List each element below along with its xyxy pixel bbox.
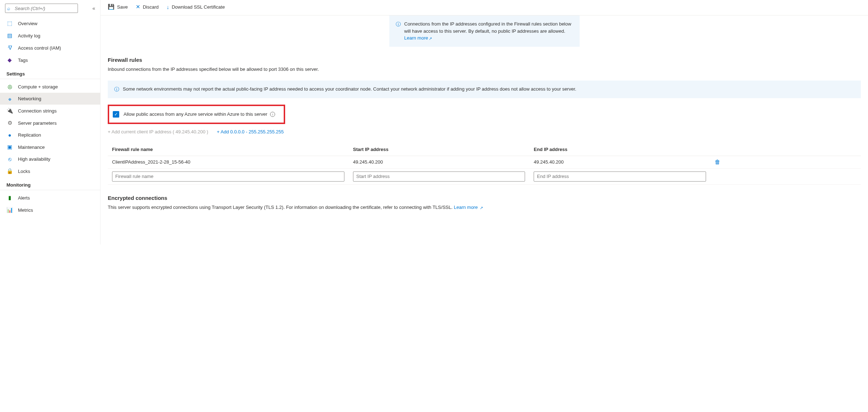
toolbar: 💾 Save ✕ Discard ↓ Download SSL Certific… [101, 0, 868, 15]
external-link-icon: ↗ [429, 36, 432, 42]
sidebar-item-high-availability[interactable]: ⎋High availability [0, 153, 100, 165]
nav-label: Alerts [18, 195, 30, 201]
download-icon: ↓ [167, 4, 170, 10]
save-button[interactable]: 💾 Save [108, 4, 128, 10]
nav-section-monitoring: Monitoring [0, 177, 100, 190]
sidebar: ⌕ « ⬚Overview▤Activity logᐌAccess contro… [0, 0, 101, 244]
new-end-ip-input[interactable] [534, 171, 706, 182]
external-link-icon: ↗ [480, 206, 483, 210]
encrypted-connections-heading: Encrypted connections [108, 195, 861, 201]
learn-more-link[interactable]: Learn more↗ [404, 35, 432, 41]
table-row-new [108, 168, 861, 184]
nav-label: Maintenance [18, 145, 45, 150]
new-rule-name-input[interactable] [112, 171, 344, 182]
sidebar-item-connection-strings[interactable]: 🔌Connection strings [0, 105, 100, 117]
nav-icon: ⎋ [6, 156, 13, 162]
col-rule-name: Firewall rule name [108, 143, 349, 156]
discard-button[interactable]: ✕ Discard [136, 4, 159, 10]
new-start-ip-input[interactable] [353, 171, 525, 182]
add-current-ip-button[interactable]: + Add current client IP address ( 49.245… [108, 129, 208, 134]
nav-icon: 📊 [6, 207, 13, 213]
search-icon: ⌕ [7, 5, 10, 11]
search-input[interactable] [5, 4, 78, 13]
table-row: ClientIPAddress_2021-2-28_15-56-40 49.24… [108, 156, 861, 168]
nav-label: Replication [18, 132, 41, 138]
nav-icon: 🜨 [6, 96, 13, 102]
nav-icon: ● [6, 132, 13, 138]
nav-icon: ▤ [6, 32, 13, 39]
col-end-ip: End IP address [529, 143, 710, 156]
info-icon: ⓘ [396, 20, 401, 42]
sidebar-item-replication[interactable]: ●Replication [0, 129, 100, 141]
sidebar-item-locks[interactable]: 🔒Locks [0, 165, 100, 177]
sidebar-item-access-control-iam-[interactable]: ᐌAccess control (IAM) [0, 42, 100, 54]
nav-label: Compute + storage [18, 84, 58, 90]
info-box-top: ⓘ Connections from the IP addresses conf… [389, 15, 580, 47]
nav-icon: 🔒 [6, 168, 13, 174]
nav-label: Activity log [18, 33, 40, 38]
info-tooltip-icon[interactable]: i [270, 112, 275, 117]
nav-icon: ◆ [6, 57, 13, 63]
allow-azure-label: Allow public access from any Azure servi… [124, 111, 267, 117]
nav-icon: ⬚ [6, 20, 13, 27]
nav-label: Locks [18, 169, 30, 174]
nav-icon: 🔌 [6, 107, 13, 114]
allow-azure-checkbox[interactable]: ✓ [113, 111, 119, 118]
firewall-rules-heading: Firewall rules [108, 57, 861, 63]
azure-access-highlight: ✓ Allow public access from any Azure ser… [108, 105, 285, 124]
nav-icon: ᐌ [6, 45, 13, 51]
add-full-range-button[interactable]: + Add 0.0.0.0 - 255.255.255.255 [217, 129, 284, 134]
nav-label: Tags [18, 58, 28, 63]
nav-icon: ◎ [6, 83, 13, 90]
info-icon: ⓘ [114, 86, 119, 93]
nav-section-settings: Settings [0, 66, 100, 79]
sidebar-item-tags[interactable]: ◆Tags [0, 54, 100, 66]
encrypted-connections-description: This server supports encrypted connectio… [108, 205, 454, 210]
nav-label: High availability [18, 156, 50, 162]
nav-label: Access control (IAM) [18, 45, 61, 51]
firewall-rules-description: Inbound connections from the IP addresse… [108, 67, 861, 72]
sidebar-item-metrics[interactable]: 📊Metrics [0, 204, 100, 216]
save-icon: 💾 [108, 4, 115, 10]
sidebar-item-server-parameters[interactable]: ⚙Server parameters [0, 117, 100, 129]
nav-label: Overview [18, 21, 37, 26]
learn-more-tls-link[interactable]: Learn more ↗ [454, 205, 483, 210]
discard-icon: ✕ [136, 4, 140, 10]
info-box-network: ⓘ Some network environments may not repo… [108, 81, 861, 98]
sidebar-item-activity-log[interactable]: ▤Activity log [0, 29, 100, 42]
nav-label: Server parameters [18, 120, 57, 126]
nav-label: Networking [18, 96, 41, 101]
sidebar-item-maintenance[interactable]: ▣Maintenance [0, 141, 100, 153]
sidebar-item-overview[interactable]: ⬚Overview [0, 17, 100, 29]
nav-icon: ⚙ [6, 120, 13, 126]
delete-rule-icon[interactable]: 🗑 [715, 159, 720, 165]
download-ssl-button[interactable]: ↓ Download SSL Certificate [167, 4, 225, 10]
nav-icon: ▮ [6, 194, 13, 201]
sidebar-item-compute-storage[interactable]: ◎Compute + storage [0, 81, 100, 93]
firewall-rules-table: Firewall rule name Start IP address End … [108, 143, 861, 185]
collapse-sidebar-icon[interactable]: « [92, 5, 95, 11]
sidebar-item-alerts[interactable]: ▮Alerts [0, 192, 100, 204]
nav-label: Metrics [18, 207, 33, 213]
nav-label: Connection strings [18, 108, 57, 114]
sidebar-item-networking[interactable]: 🜨Networking [0, 93, 100, 105]
nav-icon: ▣ [6, 144, 13, 150]
col-start-ip: Start IP address [349, 143, 529, 156]
